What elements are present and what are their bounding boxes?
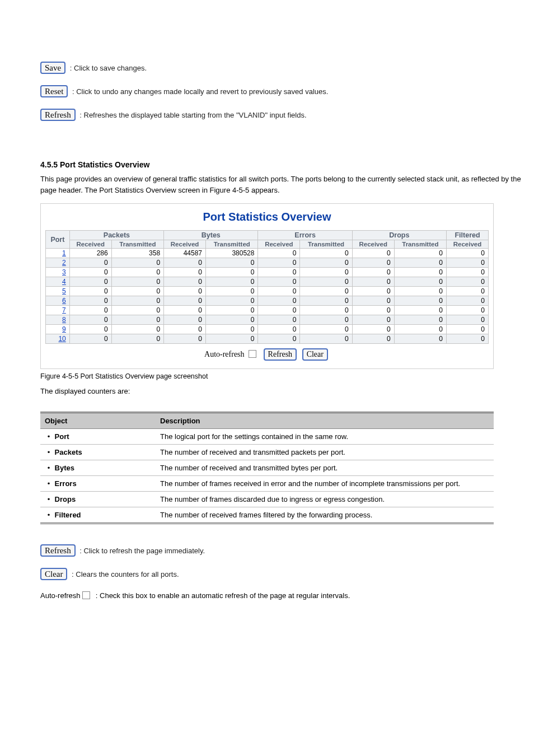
stat-cell: 0 [300,287,352,296]
stat-cell: 0 [164,334,206,344]
stat-cell: 0 [206,306,258,315]
bullet-icon: • [45,464,53,472]
stat-cell: 0 [69,296,111,306]
panel-title: Port Statistics Overview [45,211,489,223]
auto-refresh-label: Auto-refresh [204,350,245,358]
stat-cell: 0 [394,306,446,315]
param-description: The number of received and transmitted p… [156,444,494,460]
stat-cell: 0 [447,268,489,277]
stat-cell: 0 [206,325,258,334]
stat-cell: 0 [447,315,489,325]
colgroup-filtered: Filtered [447,231,489,240]
stat-cell: 0 [300,325,352,334]
stat-cell: 0 [447,325,489,334]
stat-cell: 0 [111,325,163,334]
stat-cell: 0 [206,334,258,344]
port-cell: 7 [46,306,70,315]
param-description: The logical port for the settings contai… [156,428,494,444]
stat-cell: 0 [447,287,489,296]
stat-cell: 0 [300,315,352,325]
stat-cell: 0 [300,296,352,306]
port-link[interactable]: 4 [62,278,66,286]
table-row: 10000000000 [46,334,489,344]
port-link[interactable]: 3 [62,268,66,276]
reset-button[interactable]: Reset [40,85,68,97]
stat-cell: 0 [111,277,163,287]
port-link[interactable]: 5 [62,287,66,295]
param-object-label: Packets [53,448,82,456]
stat-cell: 0 [206,258,258,268]
port-cell: 10 [46,334,70,344]
param-row: • PortThe logical port for the settings … [40,428,494,444]
stats-panel: Port Statistics Overview Port Packets By… [40,203,494,369]
col-packets-tx: Transmitted [111,240,163,249]
stat-cell: 0 [111,334,163,344]
colgroup-drops: Drops [352,231,446,240]
stat-cell: 0 [352,325,394,334]
bottom-refresh-description: : Click to refresh the page immediately. [79,547,205,555]
panel-refresh-button[interactable]: Refresh [264,348,297,361]
stat-cell: 0 [352,315,394,325]
save-button[interactable]: Save [40,62,65,74]
port-link[interactable]: 1 [62,249,66,257]
stat-cell: 0 [258,258,300,268]
stat-cell: 0 [69,287,111,296]
port-link[interactable]: 10 [58,335,65,343]
panel-clear-button[interactable]: Clear [302,348,328,361]
param-row: • FilteredThe number of received frames … [40,507,494,523]
stat-cell: 0 [300,268,352,277]
refresh-button[interactable]: Refresh [40,109,76,121]
port-link[interactable]: 9 [62,325,66,333]
top-buttons-group: Save : Click to save changes. Reset : Cl… [0,0,534,127]
stats-table: Port Packets Bytes Errors Drops Filtered… [45,230,489,344]
param-row: • ErrorsThe number of frames received in… [40,475,494,491]
stat-cell: 0 [352,268,394,277]
port-cell: 4 [46,277,70,287]
table-row: 2000000000 [46,258,489,268]
stat-cell: 0 [300,277,352,287]
param-description: The number of frames discarded due to in… [156,491,494,507]
param-object: • Errors [40,475,156,491]
table-row: 7000000000 [46,306,489,315]
port-link[interactable]: 6 [62,297,66,305]
port-cell: 5 [46,287,70,296]
col-bytes-rx: Received [164,240,206,249]
stat-cell: 0 [206,315,258,325]
param-object-label: Port [53,432,69,441]
param-object-label: Filtered [53,511,81,519]
stat-cell: 0 [447,334,489,344]
col-packets-rx: Received [69,240,111,249]
stat-cell: 0 [69,306,111,315]
stat-cell: 0 [394,296,446,306]
bottom-refresh-button[interactable]: Refresh [40,544,76,557]
port-link[interactable]: 2 [62,259,66,267]
col-bytes-tx: Transmitted [206,240,258,249]
stat-cell: 0 [258,287,300,296]
param-row: • PacketsThe number of received and tran… [40,444,494,460]
bottom-clear-button[interactable]: Clear [40,568,67,580]
stat-cell: 0 [69,315,111,325]
panel-controls: Auto-refresh Refresh Clear [45,348,489,361]
stat-cell: 0 [352,296,394,306]
stat-cell: 0 [258,249,300,258]
param-object: • Packets [40,444,156,460]
stat-cell: 0 [258,334,300,344]
stat-cell: 0 [69,334,111,344]
table-row: 5000000000 [46,287,489,296]
stat-cell: 0 [206,296,258,306]
stat-cell: 44587 [164,249,206,258]
bottom-auto-refresh-description: : Check this box to enable an automatic … [96,591,350,600]
stat-cell: 0 [69,277,111,287]
port-link[interactable]: 8 [62,316,66,324]
param-header-description: Description [156,412,494,428]
section-heading: 4.5.5 Port Statistics Overview [40,160,534,169]
bottom-autorefresh-row: Auto-refresh : Check this box to enable … [40,591,534,600]
bottom-auto-refresh-checkbox[interactable] [82,591,90,599]
stat-cell: 0 [447,277,489,287]
stat-cell: 0 [69,325,111,334]
stat-cell: 0 [258,315,300,325]
col-errors-rx: Received [258,240,300,249]
port-link[interactable]: 7 [62,306,66,314]
col-port: Port [46,231,70,249]
auto-refresh-checkbox[interactable] [249,350,256,358]
